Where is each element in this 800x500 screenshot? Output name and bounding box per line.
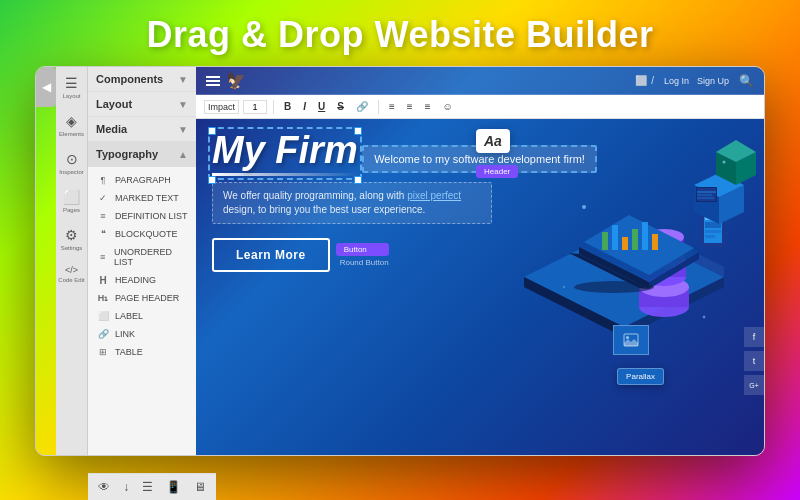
sidebar-icon-settings[interactable]: ⚙ Settings xyxy=(61,227,83,251)
components-label: Components xyxy=(96,73,163,85)
svg-rect-36 xyxy=(697,188,716,201)
media-chevron: ▼ xyxy=(178,124,188,135)
handle-bl xyxy=(208,176,216,184)
settings-icon: ⚙ xyxy=(65,227,78,243)
definition-label: DEFINITION LIST xyxy=(115,211,188,221)
desc-highlight: pixel perfect xyxy=(407,190,461,201)
components-chevron: ▼ xyxy=(178,74,188,85)
media-panel-header[interactable]: Media ▼ xyxy=(88,117,196,142)
layout-icon: ☰ xyxy=(65,75,78,91)
learn-more-button[interactable]: Learn More xyxy=(212,238,330,272)
typo-item-blockquote[interactable]: ❝ BLOCKQUOTE xyxy=(88,225,196,243)
unordered-label: UNORDERED LIST xyxy=(114,247,188,267)
svg-point-46 xyxy=(563,286,565,288)
page-header-icon: H₁ xyxy=(96,293,110,303)
parallax-text: Parallax xyxy=(626,372,655,381)
button-labels: Button Round Button xyxy=(336,243,389,267)
definition-icon: ≡ xyxy=(96,211,110,221)
twitter-icon[interactable]: t xyxy=(744,351,764,371)
facebook-icon[interactable]: f xyxy=(744,327,764,347)
layout-panel-header[interactable]: Layout ▼ xyxy=(88,92,196,117)
typo-item-table[interactable]: ⊞ TABLE xyxy=(88,343,196,361)
site-title-block: My Firm xyxy=(212,131,358,176)
svg-point-48 xyxy=(626,336,629,339)
sidebar-panels: Components ▼ Layout ▼ Media ▼ Typography… xyxy=(88,67,196,455)
handle-tl xyxy=(208,127,216,135)
paragraph-icon: ¶ xyxy=(96,175,110,185)
components-panel-header[interactable]: Components ▼ xyxy=(88,67,196,92)
layout-label: Layout xyxy=(62,93,80,99)
layout-label: Layout xyxy=(96,98,132,110)
code-label: Code Edit xyxy=(58,277,84,283)
canvas-logo-area: 🦅 xyxy=(206,71,246,90)
iso-illustration xyxy=(484,67,764,407)
paragraph-label: PARAGRAPH xyxy=(115,175,171,185)
italic-button[interactable]: I xyxy=(299,99,310,114)
typography-panel-header[interactable]: Typography ▲ xyxy=(88,142,196,167)
round-button-badge: Round Button xyxy=(340,258,389,267)
inspector-label: Inspector xyxy=(59,169,84,175)
page-header-label: PAGE HEADER xyxy=(115,293,179,303)
sidebar-icon-elements[interactable]: ◈ Elements xyxy=(59,113,84,137)
pages-icon: ⬜ xyxy=(63,189,80,205)
underline-button[interactable]: U xyxy=(314,99,329,114)
align-right-button[interactable]: ≡ xyxy=(421,99,435,114)
svg-rect-16 xyxy=(612,225,618,250)
font-size[interactable]: 1 xyxy=(243,100,267,114)
bold-button[interactable]: B xyxy=(280,99,295,114)
canvas-logo-icon: 🦅 xyxy=(226,71,246,90)
sidebar-icon-pages[interactable]: ⬜ Pages xyxy=(63,189,80,213)
handle-tr xyxy=(354,127,362,135)
settings-label: Settings xyxy=(61,245,83,251)
typography-label: Typography xyxy=(96,148,158,160)
link-button[interactable]: 🔗 xyxy=(352,99,372,114)
svg-point-45 xyxy=(703,316,706,319)
marked-icon: ✓ xyxy=(96,193,110,203)
typo-item-page-header[interactable]: H₁ PAGE HEADER xyxy=(88,289,196,307)
googleplus-icon[interactable]: G+ xyxy=(744,375,764,395)
svg-rect-18 xyxy=(632,229,638,250)
svg-rect-17 xyxy=(622,237,628,250)
app-window: ◀ ☰ Layout ◈ Elements ⊙ Inspector ⬜ Page… xyxy=(35,66,765,456)
align-center-button[interactable]: ≡ xyxy=(403,99,417,114)
elements-icon: ◈ xyxy=(66,113,77,129)
sidebar-wrapper: ◀ ☰ Layout ◈ Elements ⊙ Inspector ⬜ Page… xyxy=(36,67,196,455)
title-underline xyxy=(212,173,358,176)
typo-item-marked[interactable]: ✓ MARKED TEXT xyxy=(88,189,196,207)
code-icon: </> xyxy=(65,265,78,275)
media-label: Media xyxy=(96,123,127,135)
typography-section: ¶ PARAGRAPH ✓ MARKED TEXT ≡ DEFINITION L… xyxy=(88,167,196,365)
strikethrough-button[interactable]: S xyxy=(333,99,348,114)
elements-label: Elements xyxy=(59,131,84,137)
typo-item-paragraph[interactable]: ¶ PARAGRAPH xyxy=(88,171,196,189)
sidebar-icons: ☰ Layout ◈ Elements ⊙ Inspector ⬜ Pages … xyxy=(56,67,88,455)
desc-block[interactable]: We offer quality programming, along with… xyxy=(212,182,492,224)
back-button[interactable]: ◀ xyxy=(36,67,56,107)
svg-rect-15 xyxy=(602,232,608,250)
heading-icon: H xyxy=(96,275,110,285)
typo-item-heading[interactable]: H HEADING xyxy=(88,271,196,289)
toolbar-sep2 xyxy=(378,100,379,114)
sidebar-icon-layout[interactable]: ☰ Layout xyxy=(62,75,80,99)
svg-point-43 xyxy=(582,205,586,209)
typo-item-definition[interactable]: ≡ DEFINITION LIST xyxy=(88,207,196,225)
layout-chevron: ▼ xyxy=(178,99,188,110)
emoji-button[interactable]: ☺ xyxy=(438,99,456,114)
site-title[interactable]: My Firm xyxy=(212,131,358,169)
typo-item-unordered[interactable]: ≡ UNORDERED LIST xyxy=(88,243,196,271)
font-name[interactable]: Impact xyxy=(204,100,239,114)
main-title: Drag & Drop Website Builder xyxy=(0,0,800,66)
typo-item-label[interactable]: ⬜ LABEL xyxy=(88,307,196,325)
link-icon: 🔗 xyxy=(96,329,110,339)
svg-rect-31 xyxy=(705,235,715,238)
sidebar-icon-code[interactable]: </> Code Edit xyxy=(58,265,84,283)
hamburger-menu[interactable] xyxy=(206,76,220,86)
label-label: LABEL xyxy=(115,311,143,321)
align-left-button[interactable]: ≡ xyxy=(385,99,399,114)
parallax-badge: Parallax xyxy=(617,368,664,385)
inspector-icon: ⊙ xyxy=(66,151,78,167)
canvas-area: 🦅 ⬜ / Log In Sign Up 🔍 Impact 1 B I U xyxy=(196,67,764,455)
marked-label: MARKED TEXT xyxy=(115,193,179,203)
typo-item-link[interactable]: 🔗 LINK xyxy=(88,325,196,343)
sidebar-icon-inspector[interactable]: ⊙ Inspector xyxy=(59,151,84,175)
